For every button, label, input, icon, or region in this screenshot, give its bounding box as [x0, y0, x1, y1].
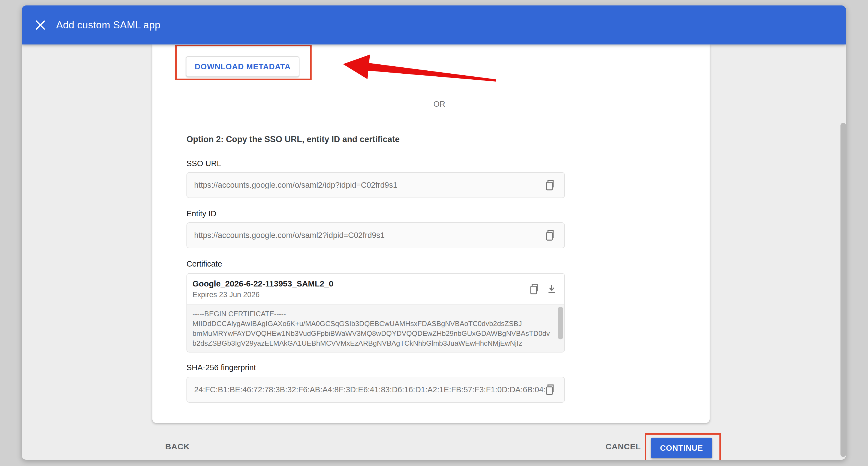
dialog-header: Add custom SAML app: [22, 5, 846, 45]
pem-line: bmMuMRYwFAYDVQQHEw1Nb3VudGFpbiBWaWV3MQ8w…: [192, 328, 553, 338]
certificate-label: Certificate: [186, 259, 222, 268]
sso-url-value: https://accounts.google.com/o/saml2/idp?…: [194, 181, 545, 190]
dialog-title: Add custom SAML app: [56, 19, 161, 31]
download-icon: [547, 284, 557, 295]
copy-sha256-button[interactable]: [545, 384, 557, 396]
pem-line: MIIDdDCCAlygAwIBAgIGAXo6K+u/MA0GCSqGSIb3…: [192, 319, 553, 328]
pem-line: b2dsZSBGb3IgV29yazELMAkGA1UEBhMCVVMxEzAR…: [192, 338, 553, 348]
certificate-scrollbar-thumb[interactable]: [558, 307, 563, 340]
copy-icon: [546, 384, 556, 395]
continue-button[interactable]: CONTINUE: [651, 438, 712, 458]
download-metadata-button[interactable]: DOWNLOAD METADATA: [186, 56, 299, 77]
certificate-card: Google_2026-6-22-113953_SAML2_0 Expires …: [186, 273, 565, 352]
sso-url-field: https://accounts.google.com/o/saml2/idp?…: [186, 172, 565, 198]
cancel-button[interactable]: CANCEL: [606, 442, 641, 451]
certificate-name: Google_2026-6-22-113953_SAML2_0: [192, 279, 529, 288]
download-certificate-button[interactable]: [546, 283, 558, 295]
copy-icon: [530, 284, 540, 295]
certificate-expiry: Expires 23 Jun 2026: [192, 291, 529, 299]
content-card: DOWNLOAD METADATA OR Option 2: Copy the …: [152, 45, 710, 423]
annotation-arrow: [341, 49, 504, 87]
copy-entity-id-button[interactable]: [545, 229, 557, 241]
back-button[interactable]: BACK: [165, 442, 190, 451]
certificate-header-row: Google_2026-6-22-113953_SAML2_0 Expires …: [187, 274, 564, 304]
or-divider-text: OR: [426, 99, 453, 109]
sha256-field: 24:FC:B1:BE:46:72:78:3B:32:F6:AB:A4:8F:3…: [186, 377, 565, 403]
entity-id-value: https://accounts.google.com/o/saml2?idpi…: [194, 231, 545, 240]
sha256-value: 24:FC:B1:BE:46:72:78:3B:32:F6:AB:A4:8F:3…: [194, 385, 545, 394]
entity-id-label: Entity ID: [186, 209, 216, 218]
or-divider: OR: [186, 98, 692, 109]
close-button[interactable]: [32, 17, 49, 33]
dialog-scrollbar-thumb[interactable]: [840, 123, 846, 457]
pem-line: -----BEGIN CERTIFICATE-----: [192, 309, 553, 319]
copy-icon: [546, 230, 556, 241]
copy-icon: [546, 180, 556, 191]
sha256-label: SHA-256 fingerprint: [186, 363, 256, 372]
option2-heading: Option 2: Copy the SSO URL, entity ID an…: [186, 135, 400, 144]
close-icon: [34, 19, 46, 31]
copy-certificate-button[interactable]: [529, 283, 541, 295]
sso-url-label: SSO URL: [186, 159, 221, 168]
entity-id-field: https://accounts.google.com/o/saml2?idpi…: [186, 222, 565, 248]
divider-line-right: [452, 104, 692, 104]
copy-sso-url-button[interactable]: [545, 179, 557, 191]
certificate-pem-scroll-area[interactable]: -----BEGIN CERTIFICATE----- MIIDdDCCAlyg…: [187, 304, 564, 352]
add-custom-saml-app-dialog: Add custom SAML app DOWNLOAD METADATA OR…: [22, 5, 846, 460]
divider-line-left: [186, 104, 426, 104]
